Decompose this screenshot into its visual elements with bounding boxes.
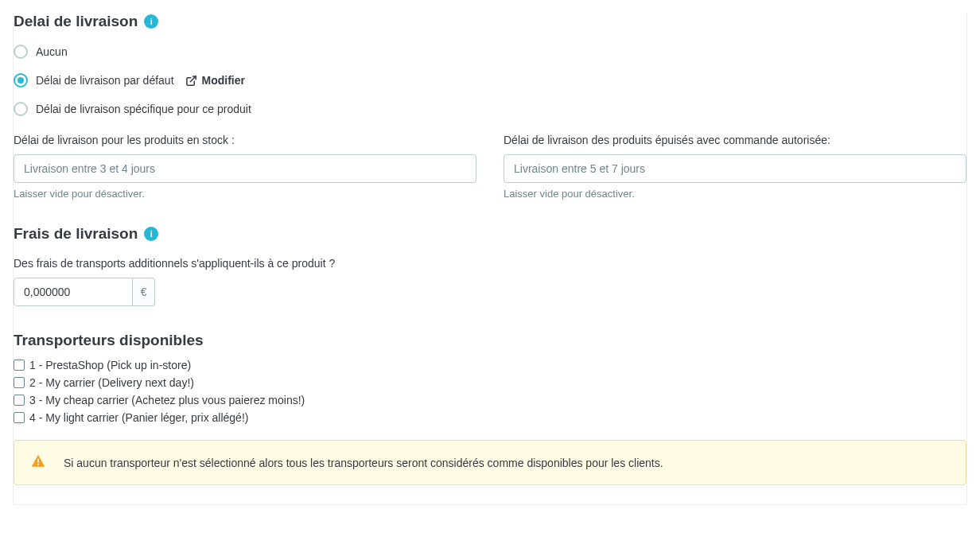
carrier-row-3[interactable]: 4 - My light carrier (Panier léger, prix… [14,411,966,424]
carrier-label-1[interactable]: 2 - My carrier (Delivery next day!) [29,376,194,389]
shipping-fees-title: Frais de livraison i [14,225,966,243]
carriers-list: 1 - PrestaShop (Pick up in-store) 2 - My… [14,359,966,424]
carrier-checkbox-2[interactable] [14,395,25,406]
radio-none[interactable] [14,45,28,59]
in-stock-helper: Laisser vide pour désactiver. [14,188,476,200]
shipping-fees-title-text: Frais de livraison [14,225,138,243]
carriers-alert: Si aucun transporteur n'est sélectionné … [14,440,966,485]
shipping-fees-input-group: € [14,278,155,306]
carriers-title-text: Transporteurs disponibles [14,332,204,349]
external-link-icon [185,75,197,87]
info-icon[interactable]: i [144,227,158,241]
shipping-fees-section: Frais de livraison i Des frais de transp… [14,225,966,306]
delivery-time-title: Delai de livraison i [14,13,966,30]
modify-link-text: Modifier [202,74,245,87]
shipping-fees-question: Des frais de transports additionnels s'a… [14,257,966,270]
carrier-row-2[interactable]: 3 - My cheap carrier (Achetez plus vous … [14,394,966,406]
carrier-checkbox-1[interactable] [14,377,25,388]
radio-specific-label[interactable]: Délai de livraison spécifique pour ce pr… [36,103,251,115]
modify-link[interactable]: Modifier [185,74,245,87]
carriers-title: Transporteurs disponibles [14,332,966,349]
carrier-checkbox-3[interactable] [14,412,25,423]
in-stock-label: Délai de livraison pour les produits en … [14,134,476,146]
delivery-time-section: Delai de livraison i Aucun Délai de livr… [14,13,966,200]
svg-rect-2 [37,464,39,465]
delivery-time-fields: Délai de livraison pour les produits en … [14,134,966,200]
carriers-section: Transporteurs disponibles 1 - PrestaShop… [14,332,966,485]
info-icon[interactable]: i [144,14,158,29]
svg-line-0 [190,76,196,81]
carrier-label-0[interactable]: 1 - PrestaShop (Pick up in-store) [29,359,191,371]
carrier-row-0[interactable]: 1 - PrestaShop (Pick up in-store) [14,359,966,371]
shipping-fees-input[interactable] [14,278,133,306]
warning-icon [30,453,46,472]
radio-default-row[interactable]: Délai de livraison par défaut Modifier [14,73,966,88]
radio-none-label[interactable]: Aucun [36,45,68,58]
radio-default-label[interactable]: Délai de livraison par défaut [36,74,174,87]
radio-default[interactable] [14,73,28,88]
out-of-stock-label: Délai de livraison des produits épuisés … [504,134,966,146]
carrier-checkbox-0[interactable] [14,360,25,371]
radio-none-row[interactable]: Aucun [14,45,966,59]
carrier-label-3[interactable]: 4 - My light carrier (Panier léger, prix… [29,411,248,424]
in-stock-col: Délai de livraison pour les produits en … [14,134,476,200]
carrier-label-2[interactable]: 3 - My cheap carrier (Achetez plus vous … [29,394,305,406]
currency-addon: € [133,278,155,306]
out-of-stock-helper: Laisser vide pour désactiver. [504,188,966,200]
carriers-alert-text: Si aucun transporteur n'est sélectionné … [64,457,663,469]
carrier-row-1[interactable]: 2 - My carrier (Delivery next day!) [14,376,966,389]
delivery-time-title-text: Delai de livraison [14,13,138,30]
in-stock-input[interactable] [14,154,476,183]
radio-specific-row[interactable]: Délai de livraison spécifique pour ce pr… [14,102,966,116]
svg-rect-1 [37,459,39,463]
out-of-stock-input[interactable] [504,154,966,183]
out-of-stock-col: Délai de livraison des produits épuisés … [504,134,966,200]
radio-specific[interactable] [14,102,28,116]
delivery-time-radio-group: Aucun Délai de livraison par défaut Modi… [14,45,966,116]
